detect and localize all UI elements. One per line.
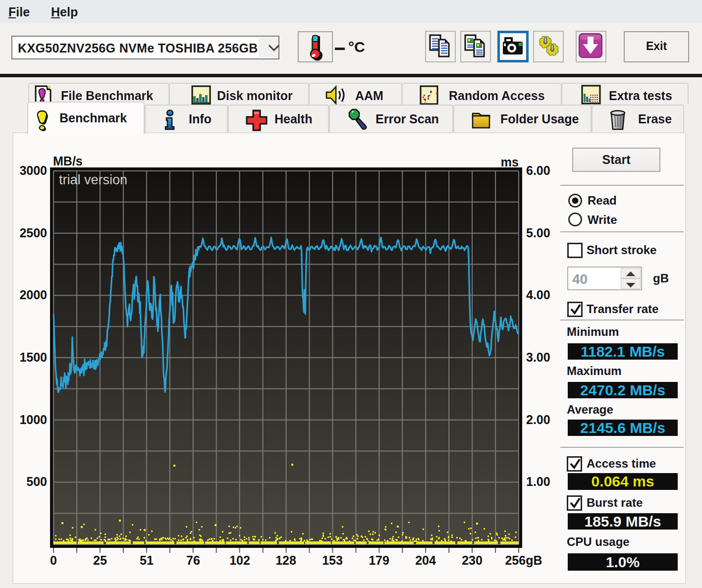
svg-text:trial version: trial version: [59, 172, 127, 187]
